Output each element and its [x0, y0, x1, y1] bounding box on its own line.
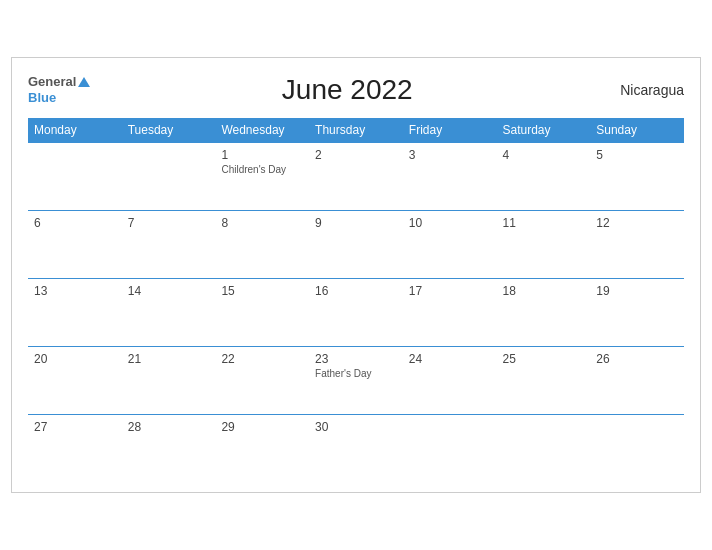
calendar-cell: 12: [590, 210, 684, 278]
day-number: 22: [221, 352, 303, 366]
day-number: 7: [128, 216, 210, 230]
calendar-table: MondayTuesdayWednesdayThursdayFridaySatu…: [28, 118, 684, 483]
calendar-cell: 28: [122, 414, 216, 482]
day-number: 12: [596, 216, 678, 230]
day-number: 26: [596, 352, 678, 366]
day-number: 23: [315, 352, 397, 366]
calendar-cell: 10: [403, 210, 497, 278]
calendar-cell: 23Father's Day: [309, 346, 403, 414]
calendar-cell: 24: [403, 346, 497, 414]
day-number: 6: [34, 216, 116, 230]
day-number: 4: [503, 148, 585, 162]
logo-triangle-icon: [78, 77, 90, 87]
column-header-tuesday: Tuesday: [122, 118, 216, 143]
calendar-cell: 26: [590, 346, 684, 414]
calendar-cell: 20: [28, 346, 122, 414]
day-number: 10: [409, 216, 491, 230]
calendar-title: June 2022: [282, 74, 413, 106]
calendar-cell: 16: [309, 278, 403, 346]
calendar-cell: 4: [497, 142, 591, 210]
day-number: 30: [315, 420, 397, 434]
week-row-0: 1Children's Day2345: [28, 142, 684, 210]
calendar-cell: 9: [309, 210, 403, 278]
logo: General Blue: [28, 74, 90, 105]
calendar-cell: 17: [403, 278, 497, 346]
day-number: 1: [221, 148, 303, 162]
calendar-container: General Blue June 2022 Nicaragua MondayT…: [11, 57, 701, 494]
day-number: 28: [128, 420, 210, 434]
calendar-cell: [28, 142, 122, 210]
day-number: 25: [503, 352, 585, 366]
calendar-cell: 6: [28, 210, 122, 278]
calendar-cell: 5: [590, 142, 684, 210]
day-number: 5: [596, 148, 678, 162]
day-number: 3: [409, 148, 491, 162]
column-header-monday: Monday: [28, 118, 122, 143]
calendar-cell: 27: [28, 414, 122, 482]
week-row-2: 13141516171819: [28, 278, 684, 346]
calendar-cell: 3: [403, 142, 497, 210]
calendar-cell: 15: [215, 278, 309, 346]
country-label: Nicaragua: [604, 82, 684, 98]
calendar-cell: 19: [590, 278, 684, 346]
holiday-label: Father's Day: [315, 368, 397, 379]
calendar-cell: [590, 414, 684, 482]
column-header-saturday: Saturday: [497, 118, 591, 143]
calendar-cell: 14: [122, 278, 216, 346]
calendar-cell: 22: [215, 346, 309, 414]
calendar-cell: [403, 414, 497, 482]
calendar-cell: 13: [28, 278, 122, 346]
calendar-header: General Blue June 2022 Nicaragua: [28, 74, 684, 106]
header-row: MondayTuesdayWednesdayThursdayFridaySatu…: [28, 118, 684, 143]
calendar-cell: 18: [497, 278, 591, 346]
logo-general-text: General: [28, 74, 76, 90]
calendar-cell: 7: [122, 210, 216, 278]
week-row-4: 27282930: [28, 414, 684, 482]
calendar-cell: [497, 414, 591, 482]
calendar-cell: [122, 142, 216, 210]
calendar-cell: 2: [309, 142, 403, 210]
calendar-cell: 8: [215, 210, 309, 278]
day-number: 15: [221, 284, 303, 298]
calendar-cell: 1Children's Day: [215, 142, 309, 210]
day-number: 17: [409, 284, 491, 298]
day-number: 8: [221, 216, 303, 230]
week-row-1: 6789101112: [28, 210, 684, 278]
day-number: 19: [596, 284, 678, 298]
day-number: 21: [128, 352, 210, 366]
day-number: 16: [315, 284, 397, 298]
day-number: 20: [34, 352, 116, 366]
day-number: 14: [128, 284, 210, 298]
holiday-label: Children's Day: [221, 164, 303, 175]
calendar-cell: 11: [497, 210, 591, 278]
column-header-thursday: Thursday: [309, 118, 403, 143]
day-number: 13: [34, 284, 116, 298]
day-number: 24: [409, 352, 491, 366]
calendar-cell: 30: [309, 414, 403, 482]
day-number: 2: [315, 148, 397, 162]
calendar-cell: 25: [497, 346, 591, 414]
day-number: 9: [315, 216, 397, 230]
column-header-sunday: Sunday: [590, 118, 684, 143]
column-header-friday: Friday: [403, 118, 497, 143]
day-number: 18: [503, 284, 585, 298]
calendar-cell: 21: [122, 346, 216, 414]
day-number: 27: [34, 420, 116, 434]
calendar-cell: 29: [215, 414, 309, 482]
week-row-3: 20212223Father's Day242526: [28, 346, 684, 414]
logo-blue-text: Blue: [28, 90, 56, 105]
column-header-wednesday: Wednesday: [215, 118, 309, 143]
day-number: 29: [221, 420, 303, 434]
day-number: 11: [503, 216, 585, 230]
